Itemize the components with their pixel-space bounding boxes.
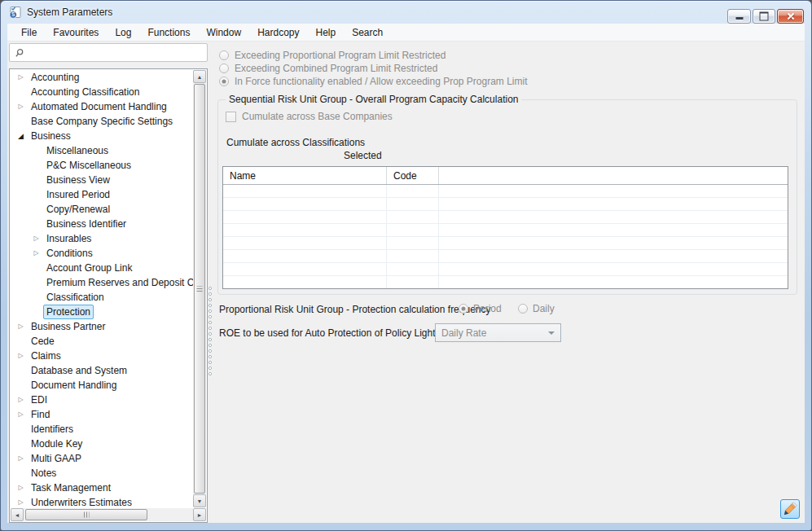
tree-arrow-icon[interactable]: ▷: [15, 319, 26, 334]
sidebar-item-underwriters-estimates[interactable]: ▷ Underwriters Estimates: [10, 495, 193, 508]
maximize-button[interactable]: [753, 9, 775, 24]
sidebar-item-business-view[interactable]: Business View: [10, 173, 193, 187]
sidebar-item-automated-document-handling[interactable]: ▷ Automated Document Handling: [10, 99, 193, 114]
tree-horizontal-scrollbar[interactable]: ◄ ►: [11, 508, 206, 521]
sidebar-item-base-company-specific-settings[interactable]: Base Company Specific Settings: [10, 114, 193, 129]
sidebar-item-miscellaneous[interactable]: Miscellaneous: [10, 143, 193, 158]
frequency-label: Proportional Risk Unit Group - Protectio…: [219, 304, 491, 315]
column-header-name[interactable]: Name: [223, 167, 387, 184]
sidebar-item-conditions[interactable]: ▷ Conditions: [10, 246, 193, 261]
tree-item-label: Conditions: [43, 246, 96, 261]
scroll-down-arrow[interactable]: ▼: [193, 494, 206, 507]
table-row[interactable]: [223, 224, 788, 237]
tree-vertical-scrollbar[interactable]: ▲ ▼: [193, 70, 206, 507]
sidebar-item-account-group-link[interactable]: Account Group Link: [10, 261, 193, 275]
tree-arrow-icon[interactable]: ▷: [15, 349, 26, 363]
tree-search-box[interactable]: [9, 43, 208, 62]
tree-arrow-icon[interactable]: ▷: [15, 481, 26, 495]
column-header-code[interactable]: Code: [387, 167, 439, 184]
tree-item-label: Business View: [43, 173, 113, 187]
tree-arrow-icon[interactable]: ▷: [15, 495, 26, 508]
tree-item-label: Account Group Link: [43, 261, 135, 275]
scroll-up-arrow[interactable]: ▲: [193, 70, 206, 83]
radio-exceeding-proportional: [219, 50, 229, 60]
table-cell: [387, 263, 439, 275]
classification-table[interactable]: Name Code: [222, 166, 788, 289]
tree-arrow-icon[interactable]: ◢: [15, 129, 26, 143]
sidebar-item-insured-period[interactable]: Insured Period: [10, 187, 193, 202]
sidebar-item-notes[interactable]: Notes: [10, 466, 193, 481]
horizontal-scroll-thumb[interactable]: [25, 509, 147, 520]
content-area: ▷ Accounting Accounting Classification ▷…: [7, 42, 805, 523]
table-cell: [439, 198, 788, 210]
menu-file[interactable]: File: [13, 25, 45, 40]
menu-search[interactable]: Search: [344, 25, 391, 40]
sidebar-item-business-partner[interactable]: ▷ Business Partner: [10, 319, 193, 334]
sidebar-item-document-handling[interactable]: Document Handling: [10, 378, 193, 393]
minimize-button[interactable]: [727, 9, 751, 24]
tree-item-label: Insurables: [43, 231, 94, 246]
scroll-right-arrow[interactable]: ►: [193, 508, 206, 521]
tree-arrow-icon[interactable]: ▷: [31, 231, 42, 246]
tree-arrow-icon[interactable]: ▷: [31, 246, 42, 261]
sidebar-item-edi[interactable]: ▷ EDI: [10, 393, 193, 407]
panel-splitter-handle[interactable]: [208, 286, 213, 377]
tree-arrow-icon[interactable]: ▷: [15, 99, 26, 114]
table-row[interactable]: [223, 198, 788, 211]
table-row[interactable]: [223, 237, 788, 250]
table-cell: [387, 185, 439, 197]
sidebar-item-identifiers[interactable]: Identifiers: [10, 422, 193, 437]
table-row[interactable]: [223, 185, 788, 198]
sidebar-item-module-key[interactable]: Module Key: [10, 437, 193, 451]
sidebar-item-copy-renewal[interactable]: Copy/Renewal: [10, 202, 193, 217]
tree-item-label: Automated Document Handling: [28, 99, 170, 114]
table-row[interactable]: [223, 211, 788, 224]
sidebar-item-find[interactable]: ▷ Find: [10, 407, 193, 422]
sidebar-item-multi-gaap[interactable]: ▷ Multi GAAP: [10, 451, 193, 466]
sidebar-item-premium-reserves-and-deposit-calculation[interactable]: Premium Reserves and Deposit Calculation: [10, 275, 193, 290]
sidebar-item-p-c-miscellaneous[interactable]: P&C Miscellaneous: [10, 158, 193, 173]
table-row[interactable]: [223, 250, 788, 263]
selected-label: Selected: [344, 150, 382, 161]
menu-favourites[interactable]: Favourites: [45, 25, 107, 40]
table-row[interactable]: [223, 263, 788, 276]
sidebar-item-accounting[interactable]: ▷ Accounting: [10, 70, 193, 85]
title-bar[interactable]: S System Parameters: [1, 1, 811, 24]
sidebar-item-business-identifier[interactable]: Business Identifier: [10, 217, 193, 231]
tree-arrow-icon[interactable]: ▷: [15, 451, 26, 466]
edit-button[interactable]: [780, 499, 800, 519]
tree-arrow-icon[interactable]: ▷: [15, 407, 26, 422]
table-header: Name Code: [223, 167, 788, 185]
menu-help[interactable]: Help: [307, 25, 344, 40]
radio-label: In Force functionality enabled / Allow e…: [235, 76, 528, 87]
sidebar-item-accounting-classification[interactable]: Accounting Classification: [10, 85, 193, 99]
sidebar-item-database-and-system[interactable]: Database and System: [10, 363, 193, 378]
sidebar-item-cede[interactable]: Cede: [10, 334, 193, 349]
tree-item-label: Miscellaneous: [43, 143, 112, 158]
checkbox-label: Cumulate across Base Companies: [242, 111, 393, 122]
sidebar-item-business[interactable]: ◢ Business: [10, 129, 193, 143]
menu-window[interactable]: Window: [198, 25, 249, 40]
app-window: S System Parameters File Favourites Log …: [0, 0, 812, 531]
tree-item-label: Underwriters Estimates: [28, 495, 135, 508]
sidebar-item-classification[interactable]: Classification: [10, 290, 193, 305]
table-cell: [223, 276, 387, 288]
sidebar-item-claims[interactable]: ▷ Claims: [10, 349, 193, 363]
scroll-left-arrow[interactable]: ◄: [11, 508, 24, 521]
menu-log[interactable]: Log: [107, 25, 139, 40]
sidebar-item-insurables[interactable]: ▷ Insurables: [10, 231, 193, 246]
sidebar-item-task-management[interactable]: ▷ Task Management: [10, 481, 193, 495]
menu-hardcopy[interactable]: Hardcopy: [249, 25, 307, 40]
sidebar-item-protection[interactable]: Protection: [10, 305, 193, 319]
close-button[interactable]: [777, 9, 804, 24]
search-input[interactable]: [28, 46, 207, 60]
window-title: System Parameters: [27, 7, 112, 18]
menu-functions[interactable]: Functions: [139, 25, 198, 40]
radio-in-force: [219, 77, 229, 86]
groupbox-title: Sequential Risk Unit Group - Overall Pro…: [226, 94, 521, 105]
tree-arrow-icon[interactable]: ▷: [15, 393, 26, 407]
vertical-scroll-thumb[interactable]: [194, 84, 205, 494]
table-row[interactable]: [223, 276, 788, 289]
tree-arrow-icon[interactable]: ▷: [15, 70, 26, 85]
tree-item-label: Identifiers: [28, 422, 77, 437]
